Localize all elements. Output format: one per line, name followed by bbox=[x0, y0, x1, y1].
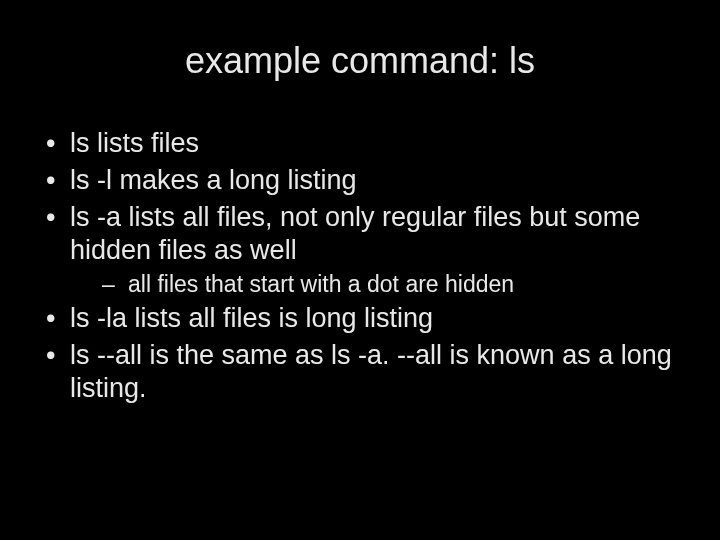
list-item: ls --all is the same as ls -a. --all is … bbox=[40, 339, 680, 407]
list-item-text: ls -a lists all files, not only regular … bbox=[70, 202, 640, 266]
bullet-list: ls lists files ls -l makes a long listin… bbox=[40, 127, 680, 406]
sub-list-item: all files that start with a dot are hidd… bbox=[70, 270, 680, 299]
list-item: ls -a lists all files, not only regular … bbox=[40, 201, 680, 299]
list-item: ls lists files bbox=[40, 127, 680, 161]
slide: example command: ls ls lists files ls -l… bbox=[0, 0, 720, 540]
sub-bullet-list: all files that start with a dot are hidd… bbox=[70, 270, 680, 299]
list-item: ls -la lists all files is long listing bbox=[40, 302, 680, 336]
slide-title: example command: ls bbox=[40, 40, 680, 82]
list-item: ls -l makes a long listing bbox=[40, 164, 680, 198]
